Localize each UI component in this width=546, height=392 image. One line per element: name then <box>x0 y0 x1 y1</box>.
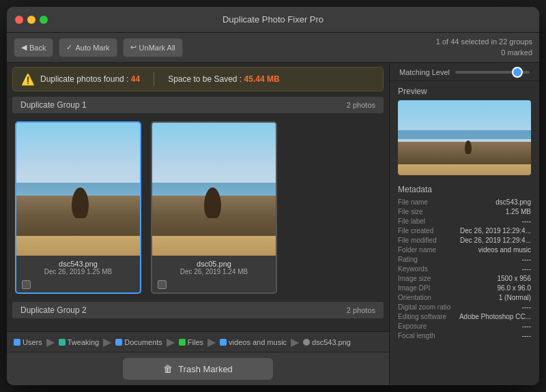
scroll-area[interactable]: Duplicate Group 1 2 photos <box>7 95 389 331</box>
stats-divider <box>154 72 154 86</box>
meta-key: Exposure <box>398 322 427 330</box>
preview-person <box>465 140 472 154</box>
meta-key: Rating <box>398 256 418 263</box>
matching-slider[interactable] <box>455 71 530 74</box>
metadata-section: Metadata File name dsc543.png File size … <box>390 181 539 385</box>
breadcrumb-documents: Documents <box>115 338 162 346</box>
close-button[interactable] <box>15 16 23 24</box>
metadata-label: Metadata <box>398 185 531 194</box>
metadata-row: File modified Dec 26, 2019 12:29:4... <box>398 237 531 244</box>
group2-header: Duplicate Group 2 2 photos <box>12 302 384 318</box>
meta-key: Digital zoom ratio <box>398 303 450 311</box>
folder-videos-icon <box>220 339 227 346</box>
right-panel: Matching Level Preview <box>389 63 539 385</box>
photo-filename-1: dsc543.png <box>22 260 134 268</box>
metadata-row: Folder name videos and music <box>398 246 531 254</box>
photo-checkbox-area-2 <box>152 278 276 292</box>
meta-key: Focal length <box>398 332 435 340</box>
photo-checkbox-1[interactable] <box>22 280 31 289</box>
window-title: Duplicate Photo Fixer Pro <box>222 14 324 25</box>
metadata-row: Image size 1500 x 956 <box>398 275 531 282</box>
photo-checkbox-2[interactable] <box>158 280 167 289</box>
meta-key: File size <box>398 208 423 215</box>
file-icon <box>303 339 310 346</box>
preview-water <box>398 130 531 139</box>
meta-value: Adobe Photoshop CC... <box>459 313 531 320</box>
meta-value: ---- <box>522 217 531 225</box>
meta-value: Dec 26, 2019 12:29:4... <box>460 237 531 244</box>
photo-label-2: dsc05.png Dec 26, 2019 1.24 MB <box>152 256 276 278</box>
meta-value: videos and music <box>478 246 531 254</box>
meta-key: Folder name <box>398 246 436 254</box>
meta-key: Editing software <box>398 313 446 320</box>
metadata-row: Orientation 1 (Normal) <box>398 294 531 301</box>
meta-value: ---- <box>522 256 531 263</box>
photo-card-2[interactable]: dsc05.png Dec 26, 2019 1.24 MB <box>151 121 277 294</box>
metadata-row: File size 1.25 MB <box>398 208 531 215</box>
meta-value: 96.0 x 96.0 <box>498 284 531 292</box>
main-content: ⚠️ Duplicate photos found : 44 Space to … <box>7 63 539 385</box>
metadata-row: File name dsc543.png <box>398 198 531 206</box>
breadcrumb-files: Files <box>179 338 203 346</box>
sand-1 <box>16 236 140 256</box>
duplicate-count: 44 <box>131 74 140 84</box>
group1-title: Duplicate Group 1 <box>20 100 87 110</box>
folder-files-icon <box>179 339 186 346</box>
meta-value: ---- <box>522 322 531 330</box>
metadata-row: File created Dec 26, 2019 12:29:4... <box>398 227 531 235</box>
meta-key: File modified <box>398 237 437 244</box>
meta-key: Image DPI <box>398 284 430 292</box>
warning-icon: ⚠️ <box>21 73 35 86</box>
traffic-lights <box>15 16 48 24</box>
breadcrumb-sep-2: ▶ <box>103 335 111 348</box>
toolbar-info: 1 of 44 selected in 22 groups 0 marked <box>436 37 532 58</box>
meta-value: ---- <box>522 332 531 340</box>
breadcrumb-file: dsc543.png <box>303 338 351 346</box>
meta-value: 1500 x 956 <box>498 275 532 282</box>
duplicate-label: Duplicate photos found : 44 <box>40 74 140 84</box>
photo-grid: dsc543.png Dec 26, 2019 1.25 MB <box>7 115 389 301</box>
metadata-table: File name dsc543.png File size 1.25 MB F… <box>398 198 531 340</box>
folder-tweaking-icon <box>59 339 66 346</box>
app-window: Duplicate Photo Fixer Pro ◀ Back ✓ Auto … <box>7 7 539 385</box>
maximize-button[interactable] <box>40 16 48 24</box>
meta-value: dsc543.png <box>495 198 531 206</box>
breadcrumb-users: Users <box>14 338 42 346</box>
toolbar: ◀ Back ✓ Auto Mark ↩ UnMark All 1 of 44 … <box>7 33 539 63</box>
matching-knob[interactable] <box>512 67 523 78</box>
space-value: 45.44 MB <box>244 74 280 84</box>
title-bar: Duplicate Photo Fixer Pro <box>7 7 539 33</box>
group1-count: 2 photos <box>347 101 375 109</box>
unmark-all-button[interactable]: ↩ UnMark All <box>123 38 183 57</box>
breadcrumb-documents-label: Documents <box>124 338 162 346</box>
trash-marked-button[interactable]: 🗑 Trash Marked <box>123 358 273 380</box>
folder-documents-icon <box>115 339 122 346</box>
beach-photo-1 <box>16 123 140 256</box>
preview-image-box <box>398 100 531 175</box>
metadata-row: Focal length ---- <box>398 332 531 340</box>
breadcrumb-tweaking: Tweaking <box>59 338 99 346</box>
breadcrumb-file-label: dsc543.png <box>312 338 351 346</box>
meta-value: ---- <box>522 303 531 311</box>
metadata-row: File label ---- <box>398 217 531 225</box>
breadcrumb-videos-label: videos and music <box>229 338 287 346</box>
breadcrumb-sep-4: ▶ <box>207 335 216 348</box>
breadcrumb-users-label: Users <box>23 338 42 346</box>
meta-value: ---- <box>522 265 531 273</box>
breadcrumb-bar: Users ▶ Tweaking ▶ Documents ▶ Files ▶ <box>7 331 389 352</box>
trash-bar: 🗑 Trash Marked <box>7 352 389 385</box>
matching-label: Matching Level <box>399 68 450 76</box>
breadcrumb-sep-3: ▶ <box>167 335 175 348</box>
unmark-all-icon: ↩ <box>130 43 136 52</box>
back-button[interactable]: ◀ Back <box>14 38 53 57</box>
metadata-row: Digital zoom ratio ---- <box>398 303 531 311</box>
metadata-row: Editing software Adobe Photoshop CC... <box>398 313 531 320</box>
preview-sand <box>398 164 531 176</box>
auto-mark-button[interactable]: ✓ Auto Mark <box>59 38 117 57</box>
photo-label-1: dsc543.png Dec 26, 2019 1.25 MB <box>16 256 140 278</box>
meta-value: Dec 26, 2019 12:29:4... <box>460 227 531 235</box>
sand-2 <box>152 236 276 256</box>
photo-card-1[interactable]: dsc543.png Dec 26, 2019 1.25 MB <box>15 121 141 294</box>
photo-checkbox-area-1 <box>16 278 140 292</box>
minimize-button[interactable] <box>27 16 35 24</box>
